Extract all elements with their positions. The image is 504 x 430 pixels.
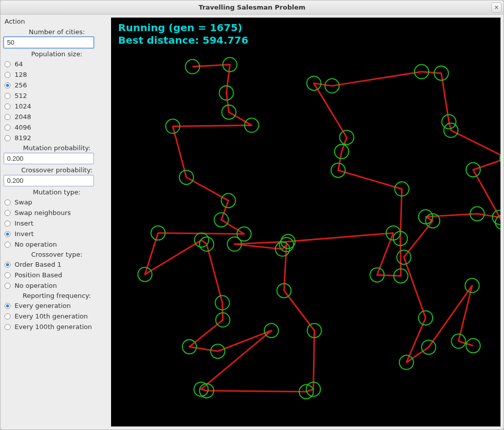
report-option-every-100th-generation[interactable]: Every 100th generation — [4, 321, 110, 332]
pop-option-label: 512 — [15, 92, 27, 99]
status-line2: Best distance: 594.776 — [118, 34, 248, 46]
cross-type-label: Order Based 1 — [15, 261, 61, 268]
status-text: Running (gen = 1675) Best distance: 594.… — [118, 22, 248, 47]
radio-icon — [5, 61, 11, 67]
pop-option-1024[interactable]: 1024 — [4, 101, 110, 112]
mut-type-label: Invert — [15, 230, 34, 238]
cross-type-no-operation[interactable]: No operation — [4, 280, 110, 291]
label-report-freq: Reporting frequency: — [4, 291, 110, 300]
pop-option-8192[interactable]: 8192 — [4, 133, 110, 143]
pop-option-label: 2048 — [15, 113, 31, 121]
report-option-label: Every generation — [15, 302, 71, 309]
tsp-svg — [111, 18, 500, 427]
report-option-label: Every 100th generation — [15, 323, 92, 331]
pop-option-512[interactable]: 512 — [4, 90, 110, 101]
content-area: Action Number of cities: Population size… — [1, 15, 503, 429]
crossover-prob-input[interactable] — [4, 175, 94, 186]
status-line1: Running (gen = 1675) — [118, 22, 242, 34]
mutation-type-group: SwapSwap neighboursInsertInvertNo operat… — [4, 197, 110, 250]
radio-icon — [5, 82, 11, 88]
mut-type-label: Swap neighbours — [15, 209, 71, 217]
pop-option-128[interactable]: 128 — [4, 69, 110, 80]
pop-option-label: 128 — [15, 71, 27, 78]
mut-type-swap[interactable]: Swap — [4, 197, 110, 207]
report-freq-group: Every generationEvery 10th generationEve… — [4, 300, 110, 332]
radio-icon — [5, 199, 11, 205]
radio-icon — [5, 272, 11, 278]
radio-icon — [5, 303, 11, 309]
label-cross-prob: Crossover probability: — [4, 165, 110, 175]
tsp-canvas: Running (gen = 1675) Best distance: 594.… — [111, 18, 500, 426]
report-option-every-generation[interactable]: Every generation — [4, 300, 110, 311]
menu-action[interactable]: Action — [4, 17, 110, 27]
label-pop-size: Population size: — [4, 49, 110, 59]
pop-option-label: 4096 — [15, 124, 31, 131]
close-icon[interactable]: ✕ — [491, 3, 501, 13]
label-cross-type: Crossover type: — [4, 250, 110, 259]
radio-icon — [5, 231, 11, 237]
sidebar: Action Number of cities: Population size… — [1, 15, 111, 429]
crossover-type-group: Order Based 1Position BasedNo operation — [4, 259, 110, 291]
window-title: Travelling Salesman Problem — [198, 4, 306, 11]
titlebar: Travelling Salesman Problem ✕ — [1, 1, 503, 15]
mut-type-invert[interactable]: Invert — [4, 229, 110, 239]
radio-icon — [5, 114, 11, 120]
pop-option-256[interactable]: 256 — [4, 80, 110, 90]
mutation-prob-input[interactable] — [4, 153, 94, 164]
radio-icon — [5, 135, 11, 141]
radio-icon — [5, 242, 11, 248]
report-option-label: Every 10th generation — [15, 312, 88, 320]
pop-option-label: 64 — [15, 60, 23, 68]
cross-type-label: Position Based — [15, 271, 62, 279]
pop-option-64[interactable]: 64 — [4, 59, 110, 69]
radio-icon — [5, 313, 11, 319]
pop-option-2048[interactable]: 2048 — [4, 112, 110, 122]
radio-icon — [5, 93, 11, 99]
report-option-every-10th-generation[interactable]: Every 10th generation — [4, 311, 110, 321]
mut-type-no-operation[interactable]: No operation — [4, 239, 110, 250]
mut-type-swap-neighbours[interactable]: Swap neighbours — [4, 207, 110, 218]
radio-icon — [5, 262, 11, 268]
label-mut-type: Mutation type: — [4, 187, 110, 197]
cross-type-order-based-1[interactable]: Order Based 1 — [4, 259, 110, 270]
mut-type-label: No operation — [15, 241, 57, 248]
pop-option-label: 8192 — [15, 134, 31, 142]
radio-icon — [5, 221, 11, 227]
mut-type-label: Swap — [15, 198, 32, 206]
radio-icon — [5, 210, 11, 216]
pop-option-label: 256 — [15, 81, 27, 89]
radio-icon — [5, 283, 11, 289]
population-size-group: 641282565121024204840968192 — [4, 59, 110, 143]
label-num-cities: Number of cities: — [4, 27, 110, 37]
cross-type-position-based[interactable]: Position Based — [4, 270, 110, 280]
mut-type-insert[interactable]: Insert — [4, 218, 110, 229]
radio-icon — [5, 72, 11, 78]
radio-icon — [5, 324, 11, 330]
pop-option-label: 1024 — [15, 102, 31, 110]
pop-option-4096[interactable]: 4096 — [4, 122, 110, 133]
num-cities-input[interactable] — [4, 37, 94, 48]
radio-icon — [5, 103, 11, 110]
radio-icon — [5, 125, 11, 131]
label-mut-prob: Mutation probability: — [4, 143, 110, 153]
svg-point-49 — [500, 151, 500, 165]
app-window: Travelling Salesman Problem ✕ Action Num… — [0, 0, 504, 430]
cross-type-label: No operation — [15, 282, 57, 289]
mut-type-label: Insert — [15, 220, 33, 227]
